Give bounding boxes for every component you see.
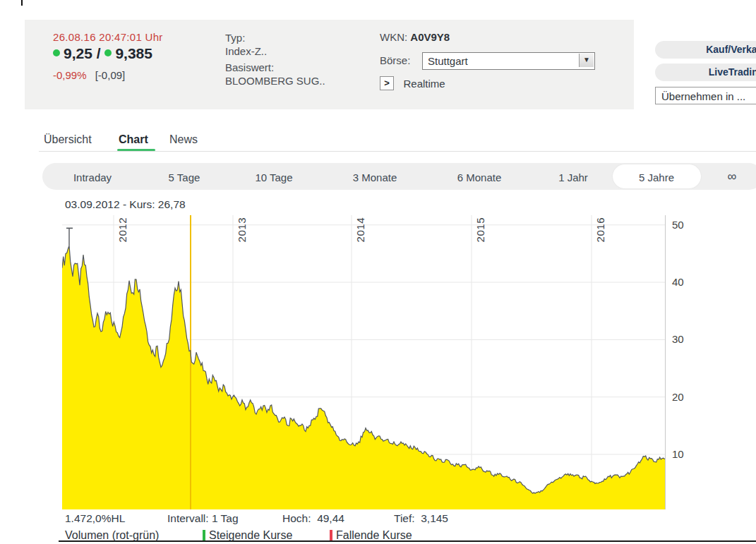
stat-interval: Intervall: 1 Tag <box>167 512 239 525</box>
y-axis-tick-label: 30 <box>672 333 696 345</box>
tab-uebersicht[interactable]: Übersicht <box>44 133 92 146</box>
wkn-label: WKN: <box>380 31 407 43</box>
instrument-info: Typ: Index-Z.. Basiswert: BLOOMBERG SUG.… <box>225 31 325 87</box>
wkn-value: A0V9Y8 <box>410 31 450 43</box>
price-change: -0,99% [-0,09] <box>53 69 125 81</box>
live-trading-button[interactable]: LiveTrading <box>655 64 756 81</box>
realtime-toggle-icon[interactable]: > <box>380 76 394 90</box>
quote-panel: 26.08.16 20:47:01 Uhr 9,25 / 9,385 -0,99… <box>25 20 634 109</box>
timeframe-1-jahr[interactable]: 1 Jahr <box>558 171 588 183</box>
x-axis-year-label: 2015 <box>474 217 486 242</box>
y-axis-tick-label: 40 <box>672 276 696 288</box>
falling-prices-color-icon <box>330 530 332 540</box>
timeframe-intraday[interactable]: Intraday <box>73 171 112 183</box>
type-label: Typ: <box>225 31 325 44</box>
dropdown-arrow-icon[interactable]: ▼ <box>579 54 594 67</box>
bid-price: 9,25 <box>64 45 92 61</box>
rising-prices-color-icon <box>203 530 205 540</box>
x-axis-year-label: 2016 <box>594 217 606 242</box>
realtime-label: Realtime <box>403 78 445 90</box>
exchange-label: Börse: <box>380 54 410 66</box>
price-separator: / <box>97 45 105 61</box>
stat-low: Tief: 3,145 <box>394 512 448 525</box>
realtime-row[interactable]: > Realtime <box>380 76 445 90</box>
stat-high: Hoch: 49,44 <box>282 512 344 525</box>
tab-news[interactable]: News <box>169 133 198 146</box>
y-axis-tick-label: 20 <box>672 391 696 403</box>
screen-edge-artifact <box>21 0 23 6</box>
timeframe-6-monate[interactable]: 6 Monate <box>457 171 502 183</box>
underlying-value: BLOOMBERG SUG.. <box>225 74 325 87</box>
y-axis-tick-label: 50 <box>672 219 696 231</box>
timeframe-5-jahre[interactable]: 5 Jahre <box>639 171 674 183</box>
timeframe-max[interactable]: ∞ <box>728 169 737 184</box>
exchange-selected-value: Stuttgart <box>428 55 468 67</box>
price-chart[interactable] <box>62 215 666 509</box>
wkn-row: WKN: A0V9Y8 <box>380 31 450 43</box>
legend-falling: Fallende Kurse <box>336 529 412 542</box>
crosshair-readout: 03.09.2012 - Kurs: 26,78 <box>65 198 186 211</box>
bid-ask-price: 9,25 / 9,385 <box>53 45 152 62</box>
x-axis-year-label: 2014 <box>354 217 366 242</box>
change-absolute: [-0,09] <box>95 69 126 81</box>
y-axis-tick-label: 10 <box>672 448 696 460</box>
ask-status-dot-icon <box>104 49 112 56</box>
timeframe-10-tage[interactable]: 10 Tage <box>255 171 292 183</box>
x-axis-year-label: 2012 <box>116 217 128 242</box>
transfer-to-dropdown[interactable]: Übernehmen in ... <box>655 87 756 104</box>
exchange-select[interactable]: Stuttgart ▼ <box>422 52 595 70</box>
change-percent: -0,99% <box>53 69 87 81</box>
timeframe-3-monate[interactable]: 3 Monate <box>353 171 397 183</box>
tab-separator <box>39 151 756 152</box>
tab-chart[interactable]: Chart <box>119 133 148 146</box>
type-value: Index-Z.. <box>225 44 325 58</box>
bid-status-dot-icon <box>53 49 60 56</box>
timeframe-5-tage[interactable]: 5 Tage <box>169 171 200 183</box>
legend-volume: Volumen (rot-grün) <box>65 529 159 542</box>
legend-rising: Steigende Kurse <box>209 529 292 542</box>
stat-range: 1.472,0%HL <box>65 512 125 525</box>
price-area-fill <box>62 246 666 509</box>
x-axis-year-label: 2013 <box>236 217 248 242</box>
underlying-label: Basiswert: <box>225 61 325 74</box>
buy-sell-button[interactable]: Kauf/Verkauf <box>655 41 756 59</box>
chart-area: 102030405020122013201420152016 <box>62 215 685 509</box>
quote-timestamp: 26.08.16 20:47:01 Uhr <box>53 31 163 43</box>
ask-price: 9,385 <box>115 45 152 61</box>
